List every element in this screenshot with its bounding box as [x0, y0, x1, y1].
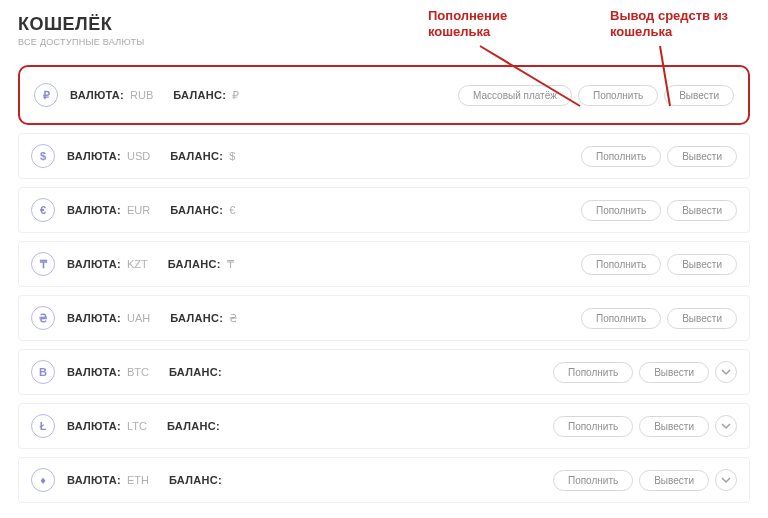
wallet-actions: ПополнитьВывести [553, 415, 737, 437]
balance-symbol: ₸ [227, 258, 234, 271]
currency-code: BTC [127, 366, 149, 378]
wallet-info: ВАЛЮТА:LTCБАЛАНС: [67, 420, 240, 432]
deposit-button[interactable]: Пополнить [553, 470, 633, 491]
withdraw-button[interactable]: Вывести [664, 85, 734, 106]
deposit-button[interactable]: Пополнить [581, 146, 661, 167]
balance-symbol: ₽ [232, 89, 239, 102]
wallet-info: ВАЛЮТА:KZTБАЛАНС:₸ [67, 258, 248, 271]
wallet-row-uah: ₴ВАЛЮТА:UAHБАЛАНС:₴ПополнитьВывести [18, 295, 750, 341]
wallet-actions: Массовый платёжПополнитьВывести [458, 85, 734, 106]
wallet-row-rub: ₽ВАЛЮТА:RUBБАЛАНС:₽Массовый платёжПополн… [18, 65, 750, 125]
balance-label: БАЛАНС: [168, 258, 221, 270]
balance-label: БАЛАНС: [170, 150, 223, 162]
wallet-actions: ПополнитьВывести [553, 469, 737, 491]
wallet-row-usd: $ВАЛЮТА:USDБАЛАНС:$ПополнитьВывести [18, 133, 750, 179]
currency-code: ETH [127, 474, 149, 486]
balance-label: БАЛАНС: [169, 474, 222, 486]
wallet-row-eth: ♦ВАЛЮТА:ETHБАЛАНС:ПополнитьВывести [18, 457, 750, 503]
page-header: КОШЕЛЁК ВСЕ ДОСТУПНЫЕ ВАЛЮТЫ [18, 14, 750, 47]
currency-code: EUR [127, 204, 150, 216]
chevron-down-icon [721, 367, 731, 377]
currency-icon-eur: € [31, 198, 55, 222]
deposit-button[interactable]: Пополнить [553, 362, 633, 383]
chevron-down-icon [721, 475, 731, 485]
wallet-list: ₽ВАЛЮТА:RUBБАЛАНС:₽Массовый платёжПополн… [18, 65, 750, 503]
withdraw-button[interactable]: Вывести [639, 416, 709, 437]
currency-code: LTC [127, 420, 147, 432]
currency-code: RUB [130, 89, 153, 101]
wallet-row-btc: BВАЛЮТА:BTCБАЛАНС:ПополнитьВывести [18, 349, 750, 395]
currency-code: USD [127, 150, 150, 162]
balance-label: БАЛАНС: [170, 204, 223, 216]
wallet-info: ВАЛЮТА:EURБАЛАНС:€ [67, 204, 249, 216]
currency-code: UAH [127, 312, 150, 324]
balance-label: БАЛАНС: [173, 89, 226, 101]
withdraw-button[interactable]: Вывести [639, 470, 709, 491]
withdraw-button[interactable]: Вывести [667, 308, 737, 329]
currency-icon-kzt: ₸ [31, 252, 55, 276]
balance-label: БАЛАНС: [167, 420, 220, 432]
wallet-actions: ПополнитьВывести [553, 361, 737, 383]
wallet-actions: ПополнитьВывести [581, 200, 737, 221]
deposit-button[interactable]: Пополнить [553, 416, 633, 437]
wallet-row-ltc: ŁВАЛЮТА:LTCБАЛАНС:ПополнитьВывести [18, 403, 750, 449]
currency-label: ВАЛЮТА: [67, 150, 121, 162]
wallet-row-kzt: ₸ВАЛЮТА:KZTБАЛАНС:₸ПополнитьВывести [18, 241, 750, 287]
currency-code: KZT [127, 258, 148, 270]
page-subtitle: ВСЕ ДОСТУПНЫЕ ВАЛЮТЫ [18, 37, 750, 47]
balance-symbol: $ [229, 150, 235, 162]
currency-label: ВАЛЮТА: [67, 366, 121, 378]
currency-label: ВАЛЮТА: [70, 89, 124, 101]
wallet-info: ВАЛЮТА:ETHБАЛАНС: [67, 474, 242, 486]
wallet-actions: ПополнитьВывести [581, 254, 737, 275]
balance-symbol: € [229, 204, 235, 216]
withdraw-button[interactable]: Вывести [667, 200, 737, 221]
currency-icon-rub: ₽ [34, 83, 58, 107]
deposit-button[interactable]: Пополнить [581, 308, 661, 329]
balance-label: БАЛАНС: [169, 366, 222, 378]
currency-icon-usd: $ [31, 144, 55, 168]
wallet-actions: ПополнитьВывести [581, 146, 737, 167]
currency-icon-eth: ♦ [31, 468, 55, 492]
deposit-button[interactable]: Пополнить [581, 200, 661, 221]
chevron-down-icon [721, 421, 731, 431]
currency-label: ВАЛЮТА: [67, 420, 121, 432]
currency-label: ВАЛЮТА: [67, 474, 121, 486]
page-title: КОШЕЛЁК [18, 14, 750, 35]
withdraw-button[interactable]: Вывести [667, 254, 737, 275]
balance-label: БАЛАНС: [170, 312, 223, 324]
expand-button[interactable] [715, 361, 737, 383]
currency-icon-uah: ₴ [31, 306, 55, 330]
deposit-button[interactable]: Пополнить [581, 254, 661, 275]
currency-icon-btc: B [31, 360, 55, 384]
deposit-button[interactable]: Пополнить [578, 85, 658, 106]
wallet-row-eur: €ВАЛЮТА:EURБАЛАНС:€ПополнитьВывести [18, 187, 750, 233]
expand-button[interactable] [715, 469, 737, 491]
withdraw-button[interactable]: Вывести [639, 362, 709, 383]
wallet-info: ВАЛЮТА:USDБАЛАНС:$ [67, 150, 249, 162]
wallet-info: ВАЛЮТА:RUBБАЛАНС:₽ [70, 89, 253, 102]
mass-payment-button[interactable]: Массовый платёж [458, 85, 572, 106]
currency-icon-ltc: Ł [31, 414, 55, 438]
currency-label: ВАЛЮТА: [67, 312, 121, 324]
wallet-info: ВАЛЮТА:UAHБАЛАНС:₴ [67, 312, 252, 325]
expand-button[interactable] [715, 415, 737, 437]
balance-symbol: ₴ [229, 312, 238, 325]
withdraw-button[interactable]: Вывести [667, 146, 737, 167]
wallet-info: ВАЛЮТА:BTCБАЛАНС: [67, 366, 242, 378]
currency-label: ВАЛЮТА: [67, 258, 121, 270]
currency-label: ВАЛЮТА: [67, 204, 121, 216]
wallet-actions: ПополнитьВывести [581, 308, 737, 329]
